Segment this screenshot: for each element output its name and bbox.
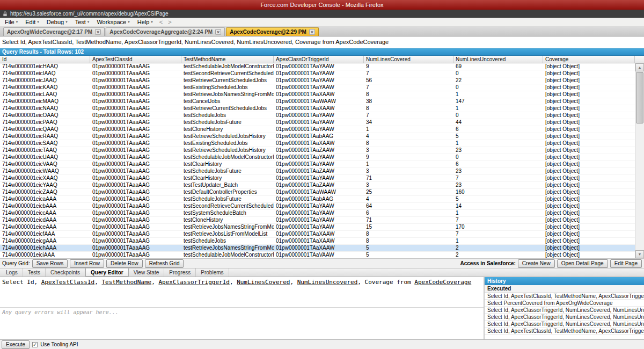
table-cell: testClearHistory (181, 161, 274, 168)
panel-tab-query-editor[interactable]: Query Editor (85, 268, 129, 277)
close-icon[interactable]: × (309, 29, 315, 35)
refresh-grid-button[interactable]: Refresh Grid (145, 259, 184, 268)
panel-tab-logs[interactable]: Logs (1, 268, 23, 277)
column-header[interactable]: Id (0, 56, 90, 63)
open-detail-page-button[interactable]: Open Detail Page (557, 259, 608, 268)
status-bar: Execute ✓ Use Tooling API (0, 339, 644, 349)
menu-workspace[interactable]: Workspace▾ (93, 18, 133, 26)
table-row[interactable]: 714w0000001eicOAAQ01pw0000001TAaaAAGtest… (0, 112, 635, 119)
use-tooling-api-checkbox[interactable]: ✓ (32, 342, 38, 347)
field-token[interactable]: ApexClassorTriggerId (158, 279, 229, 286)
column-header[interactable]: ApexTestClassId (90, 56, 181, 63)
table-row[interactable]: 714w0000001eicIAAQ01pw0000001TAaaAAGtest… (0, 70, 635, 77)
bottom-panel-tabs: LogsTestsCheckpointsQuery EditorView Sta… (0, 268, 644, 277)
menu-test[interactable]: Test▾ (71, 18, 93, 26)
vertical-scrollbar[interactable]: ▲ ▼ (635, 63, 644, 258)
history-item[interactable]: Select Id, ApexTestClassId, TestMethodNa… (485, 293, 644, 300)
create-new-button[interactable]: Create New (518, 259, 555, 268)
workspace-tab[interactable]: ApexOrgWideCoverage@2:17 PM× (3, 27, 105, 36)
table-row[interactable]: 714w0000001eicTAAQ01pw0000001TAaaAAGtest… (0, 147, 635, 154)
url-text: https://eu3.salesforce.com/_ui/common/ap… (10, 11, 169, 17)
menu-edit[interactable]: Edit▾ (21, 18, 42, 26)
panel-tab-checkpoints[interactable]: Checkpoints (46, 268, 85, 277)
query-readout[interactable]: Select Id, ApexTestClassId, TestMethodNa… (0, 37, 644, 48)
table-row[interactable]: 714w0000001eicYAAQ01pw0000001TAaaAAGtest… (0, 182, 635, 189)
field-token[interactable]: NumLinesCovered (237, 279, 290, 286)
close-icon[interactable]: × (215, 29, 221, 35)
table-cell: 8 (364, 105, 453, 112)
query-readout-text: Select Id, ApexTestClassId, TestMethodNa… (2, 39, 389, 45)
table-cell: 01pw0000001TAaaAAG (90, 77, 181, 84)
table-cell: [object Object] (543, 63, 635, 70)
panel-tab-progress[interactable]: Progress (164, 268, 196, 277)
close-icon[interactable]: × (95, 29, 101, 35)
table-row[interactable]: 714w0000001eicUAAQ01pw0000001TAaaAAGtest… (0, 154, 635, 161)
table-row[interactable]: 714w0000001eicWAAQ01pw0000001TAaaAAGtest… (0, 168, 635, 175)
table-cell: 01pw0000001TAaYAAW (274, 77, 364, 84)
column-header[interactable]: NumLinesCovered (364, 56, 453, 63)
column-header[interactable]: ApexClassOrTriggerId (274, 56, 364, 63)
window-titlebar[interactable]: Force.com Developer Console - Mozilla Fi… (0, 0, 644, 10)
nav-back-icon[interactable]: < (157, 19, 165, 25)
query-grid-toolbar: Query Grid: Save Rows Insert Row Delete … (0, 258, 644, 268)
execute-button[interactable]: Execute (2, 340, 30, 349)
table-row[interactable]: 714w0000001eicKAAQ01pw0000001TAaaAAGtest… (0, 84, 635, 91)
field-token[interactable]: ApexTestClassId (41, 279, 94, 286)
table-cell: 01pw0000001TAaaAAG (90, 112, 181, 119)
table-row[interactable]: 714w0000001eicLAAQ01pw0000001TAaaAAGtest… (0, 91, 635, 98)
menu-help[interactable]: Help▾ (134, 18, 157, 26)
table-row[interactable]: 714w0000001eicXAAQ01pw0000001TAaaAAGtest… (0, 175, 635, 182)
table-row[interactable]: 714w0000001eiciAAA01pw0000001TAaaAAGtest… (0, 252, 635, 258)
scroll-up-icon[interactable]: ▲ (635, 63, 644, 71)
history-item[interactable]: Select Id, ApexClassorTriggerId, NumLine… (485, 307, 644, 314)
table-row[interactable]: 714w0000001eicPAAQ01pw0000001TAaaAAGtest… (0, 119, 635, 126)
edit-page-button[interactable]: Edit Page (610, 259, 642, 268)
history-item[interactable]: Select Id, ApexClassorTriggerId, NumLine… (485, 321, 644, 328)
table-row[interactable]: 714w0000001eicQAAQ01pw0000001TAaaAAGtest… (0, 126, 635, 133)
field-token[interactable]: NumLinesUncovered (297, 279, 358, 286)
delete-row-button[interactable]: Delete Row (106, 259, 143, 268)
table-row[interactable]: 714w0000001eicHAAQ01pw0000001TAaaAAGtest… (0, 63, 635, 70)
panel-tab-view-state[interactable]: View State (129, 268, 165, 277)
url-bar[interactable]: https://eu3.salesforce.com/_ui/common/ap… (0, 10, 644, 18)
table-row[interactable]: 714w0000001eicNAAQ01pw0000001TAaaAAGtest… (0, 105, 635, 112)
save-rows-button[interactable]: Save Rows (32, 259, 68, 268)
table-cell: 1 (364, 161, 453, 168)
table-row[interactable]: 714w0000001eicVAAQ01pw0000001TAaaAAGtest… (0, 161, 635, 168)
table-row[interactable]: 714w0000001eiceAAA01pw0000001TAaaAAGtest… (0, 224, 635, 231)
column-header[interactable]: NumLinesUncovered (453, 56, 543, 63)
table-row[interactable]: 714w0000001eicSAAQ01pw0000001TAaaAAGtest… (0, 140, 635, 147)
table-row[interactable]: 714w0000001eicRAAQ01pw0000001TAaaAAGtest… (0, 133, 635, 140)
table-row[interactable]: 714w0000001eicgAAA01pw0000001TAaaAAGtest… (0, 238, 635, 245)
table-row[interactable]: 714w0000001eicZAAQ01pw0000001TAaaAAGtest… (0, 189, 635, 196)
history-item[interactable]: Select Id, ApexTestClassId, TestMethodNa… (485, 328, 644, 335)
table-row[interactable]: 714w0000001eicaAAA01pw0000001TAaaAAGtest… (0, 196, 635, 203)
menu-debug[interactable]: Debug▾ (43, 18, 71, 26)
workspace-tab[interactable]: ApexCodeCoverageAggregate@2:24 PM× (106, 27, 225, 36)
table-row[interactable]: 714w0000001eicdAAA01pw0000001TAaaAAGtest… (0, 217, 635, 224)
table-row[interactable]: 714w0000001eicMAAQ01pw0000001TAaaAAGtest… (0, 98, 635, 105)
table-row[interactable]: 714w0000001eicJAAQ01pw0000001TAaaAAGtest… (0, 77, 635, 84)
scrollbar-track[interactable] (635, 71, 644, 250)
nav-forward-icon[interactable]: > (165, 19, 174, 25)
panel-tab-tests[interactable]: Tests (23, 268, 46, 277)
query-editor-input[interactable]: Select Id, ApexTestClassId, TestMethodNa… (0, 277, 484, 307)
table-row[interactable]: 714w0000001eichAAA01pw0000001TAaaAAGtest… (0, 245, 635, 252)
panel-tab-problems[interactable]: Problems (196, 268, 229, 277)
scroll-down-icon[interactable]: ▼ (635, 250, 644, 258)
column-header[interactable]: TestMethodName (181, 56, 274, 63)
workspace-tab[interactable]: ApexCodeCoverage@2:29 PM× (226, 27, 319, 36)
history-item[interactable]: Select PercentCovered from ApexOrgWideCo… (485, 300, 644, 307)
scrollbar-thumb[interactable] (636, 72, 643, 123)
table-row[interactable]: 714w0000001eiccAAA01pw0000001TAaaAAGtest… (0, 210, 635, 217)
table-row[interactable]: 714w0000001eicbAAA01pw0000001TAaaAAGtest… (0, 203, 635, 210)
menu-file[interactable]: File▾ (1, 18, 21, 26)
column-header[interactable]: Coverage (543, 56, 635, 63)
insert-row-button[interactable]: Insert Row (70, 259, 104, 268)
table-row[interactable]: 714w0000001eicfAAA01pw0000001TAaaAAGtest… (0, 231, 635, 238)
query-results-title: Query Results - Total Rows: 102 (2, 49, 84, 55)
history-item[interactable]: Select Id, ApexClassorTriggerId, NumLine… (485, 314, 644, 321)
field-token[interactable]: ApexCodeCoverage (414, 279, 471, 286)
field-token[interactable]: TestMethodName (101, 279, 151, 286)
table-cell: 3 (364, 182, 453, 188)
